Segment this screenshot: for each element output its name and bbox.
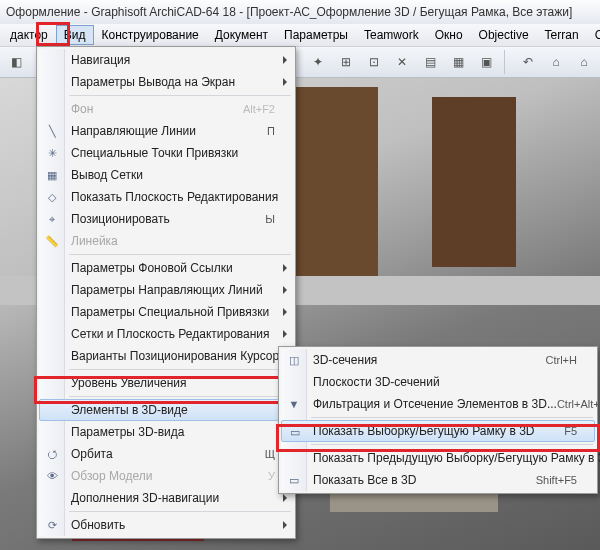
menu-item-icon: ✳ <box>44 145 60 161</box>
tool-button[interactable]: ✦ <box>306 50 330 74</box>
menu-item: 📏Линейка <box>39 230 293 252</box>
submenu-item-shortcut: Ctrl+Н <box>546 354 577 366</box>
menubar-item[interactable]: Terran <box>537 25 587 45</box>
menu-item-icon: ╲ <box>44 123 60 139</box>
submenu-item-icon: ▼ <box>286 396 302 412</box>
menu-item-label: Дополнения 3D-навигации <box>71 491 219 505</box>
menu-separator <box>69 511 291 512</box>
menu-item-label: Элементы в 3D-виде <box>71 403 188 417</box>
menu-item-icon: ▦ <box>44 167 60 183</box>
submenu-arrow-icon <box>283 56 287 64</box>
menubar-item[interactable]: Teamwork <box>356 25 427 45</box>
menubar-item[interactable]: Документ <box>207 25 276 45</box>
menu-item-label: Параметры 3D-вида <box>71 425 184 439</box>
menu-item[interactable]: Дополнения 3D-навигации <box>39 487 293 509</box>
menubar-item[interactable]: Cadimage <box>587 25 600 45</box>
tool-button[interactable]: ↶ <box>516 50 540 74</box>
window-title: Оформление - Graphisoft ArchiCAD-64 18 -… <box>6 5 572 19</box>
menu-item-label: Обзор Модели <box>71 469 153 483</box>
menu-item[interactable]: ◇Показать Плоскость Редактирования <box>39 186 293 208</box>
tool-button[interactable]: ✕ <box>390 50 414 74</box>
submenu-item-label: Плоскости 3D-сечений <box>313 375 440 389</box>
submenu-item-label: Показать Предыдущую Выборку/Бегущую Рамк… <box>313 451 600 465</box>
submenu-item-label: Показать Все в 3D <box>313 473 416 487</box>
tool-button[interactable]: ⌂ <box>572 50 596 74</box>
menu-item[interactable]: Параметры 3D-вида <box>39 421 293 443</box>
submenu-item-label: 3D-сечения <box>313 353 377 367</box>
menu-item-icon: 📏 <box>44 233 60 249</box>
submenu-arrow-icon <box>283 264 287 272</box>
menu-item[interactable]: Уровень Увеличения <box>39 372 293 394</box>
menu-separator <box>69 369 291 370</box>
submenu-item[interactable]: ▭Показать Все в 3DShift+F5 <box>281 469 595 491</box>
menubar-item[interactable]: Конструирование <box>94 25 207 45</box>
menu-item[interactable]: Параметры Фоновой Ссылки <box>39 257 293 279</box>
menu-item[interactable]: ✳Специальные Точки Привязки <box>39 142 293 164</box>
submenu-item[interactable]: ▼Фильтрация и Отсечение Элементов в 3D..… <box>281 393 595 415</box>
menubar-item[interactable]: Параметры <box>276 25 356 45</box>
menu-item-shortcut: Alt+F2 <box>243 103 275 115</box>
menu-item[interactable]: ▦Вывод Сетки <box>39 164 293 186</box>
submenu-arrow-icon <box>283 330 287 338</box>
menu-separator <box>311 417 593 418</box>
menu-item-label: Фон <box>71 102 93 116</box>
tool-button[interactable]: ⊞ <box>334 50 358 74</box>
menubar-item[interactable]: Objective <box>471 25 537 45</box>
menu-item-icon: ⭯ <box>44 446 60 462</box>
tool-button[interactable]: ▣ <box>474 50 498 74</box>
menu-item-shortcut: Ы <box>265 213 275 225</box>
menu-item[interactable]: Параметры Специальной Привязки <box>39 301 293 323</box>
menu-item-label: Параметры Вывода на Экран <box>71 75 235 89</box>
menu-item[interactable]: Параметры Вывода на Экран <box>39 71 293 93</box>
menu-item-icon: ⌖ <box>44 211 60 227</box>
submenu-item-shortcut: Ctrl+Alt+Ф <box>557 398 600 410</box>
menu-item-label: Навигация <box>71 53 130 67</box>
menu-item-label: Варианты Позиционирования Курсора <box>71 349 286 363</box>
menu-item: 👁Обзор МоделиУ <box>39 465 293 487</box>
submenu-item[interactable]: Плоскости 3D-сечений <box>281 371 595 393</box>
menu-item-label: Позиционировать <box>71 212 170 226</box>
tool-button[interactable]: ▦ <box>446 50 470 74</box>
menu-item: ФонAlt+F2 <box>39 98 293 120</box>
menu-item-label: Вывод Сетки <box>71 168 143 182</box>
submenu-item[interactable]: ▭Показать Выборку/Бегущую Рамку в 3DF5 <box>281 420 595 442</box>
submenu-arrow-icon <box>283 494 287 502</box>
submenu-arrow-icon <box>283 308 287 316</box>
menu-item-label: Орбита <box>71 447 113 461</box>
submenu-item-label: Показать Выборку/Бегущую Рамку в 3D <box>313 424 534 438</box>
submenu-item[interactable]: ◫3D-сеченияCtrl+Н <box>281 349 595 371</box>
submenu-item[interactable]: Показать Предыдущую Выборку/Бегущую Рамк… <box>281 447 595 469</box>
menu-item[interactable]: ⟳Обновить <box>39 514 293 536</box>
menu-separator <box>311 444 593 445</box>
menu-item[interactable]: Параметры Направляющих Линий <box>39 279 293 301</box>
submenu-item-shortcut: Shift+F5 <box>536 474 577 486</box>
submenu-item-shortcut: F5 <box>564 425 577 437</box>
menubar-item[interactable]: дактор <box>2 25 56 45</box>
menu-bar: дакторВидКонструированиеДокументПараметр… <box>0 24 600 46</box>
menu-item-label: Линейка <box>71 234 118 248</box>
menu-item[interactable]: Элементы в 3D-виде <box>39 399 293 421</box>
submenu-item-icon: ▭ <box>286 472 302 488</box>
submenu-arrow-icon <box>283 286 287 294</box>
tool-button[interactable]: ⊡ <box>362 50 386 74</box>
menu-item[interactable]: ⌖ПозиционироватьЫ <box>39 208 293 230</box>
menu-item-label: Сетки и Плоскость Редактирования <box>71 327 270 341</box>
menu-item[interactable]: ⭯ОрбитаЩ <box>39 443 293 465</box>
tool-button[interactable]: ▤ <box>418 50 442 74</box>
menubar-item[interactable]: Окно <box>427 25 471 45</box>
menu-item-label: Параметры Специальной Привязки <box>71 305 269 319</box>
menu-item[interactable]: ╲Направляющие ЛинииП <box>39 120 293 142</box>
menu-item-label: Специальные Точки Привязки <box>71 146 238 160</box>
tool-button[interactable]: ⌂ <box>544 50 568 74</box>
menu-item-icon: 👁 <box>44 468 60 484</box>
menubar-item[interactable]: Вид <box>56 25 94 45</box>
menu-item[interactable]: Варианты Позиционирования Курсора <box>39 345 293 367</box>
menu-item[interactable]: Навигация <box>39 49 293 71</box>
menu-item-label: Параметры Направляющих Линий <box>71 283 263 297</box>
submenu-item-label: Фильтрация и Отсечение Элементов в 3D... <box>313 397 557 411</box>
menu-item-shortcut: У <box>268 470 275 482</box>
tool-button[interactable]: ◧ <box>4 50 28 74</box>
menu-item[interactable]: Сетки и Плоскость Редактирования <box>39 323 293 345</box>
submenu-arrow-icon <box>283 521 287 529</box>
menu-item-shortcut: П <box>267 125 275 137</box>
